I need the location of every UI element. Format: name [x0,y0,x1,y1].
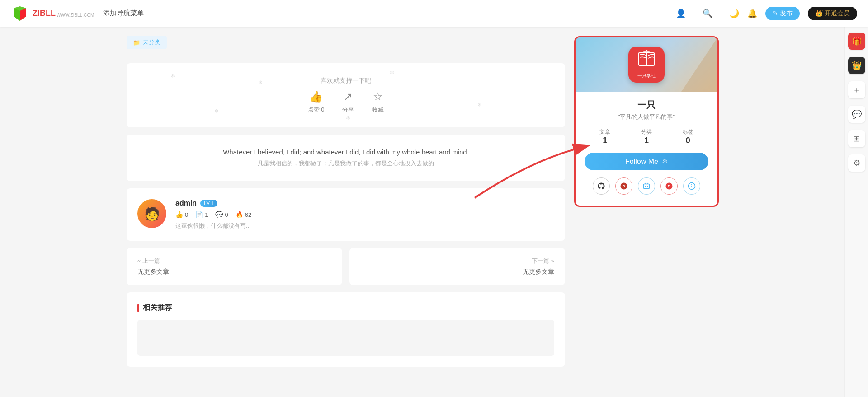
share-button[interactable]: ↗ 分享 [342,90,354,114]
articles-label: 文章 [585,128,626,136]
divider2 [721,9,721,18]
nav-prev-title: 无更多文章 [137,268,331,276]
related-section: 相关推荐 [127,292,565,367]
stat-articles: 📄 1 [195,211,208,218]
publish-button[interactable]: ✎ 发布 [765,7,800,20]
content-column: 📁 未分类 ❄ ❄ ❄ ❄ ❄ ❄ 喜欢就支持一下吧 👍 点赞 0 [127,36,565,388]
snowflake-deco6: ❄ [346,115,350,121]
svg-text:G: G [623,184,625,188]
related-title: 相关推荐 [143,303,172,313]
comment-stat-icon: 💬 [215,211,223,218]
collect-label: 收藏 [372,106,384,114]
action-hint: 喜欢就支持一下吧 [321,77,371,85]
github-link[interactable] [593,177,610,195]
info-link[interactable] [683,177,700,195]
divider [694,9,694,18]
nav-prev[interactable]: « 上一篇 无更多文章 [127,248,342,285]
author-avatar: 🧑 [137,199,166,228]
theme-icon-btn[interactable]: 🌙 [729,9,739,19]
follow-button[interactable]: Follow Me ❄ [585,153,708,170]
like-button[interactable]: 👍 点赞 0 [308,90,325,114]
banner-triangle [681,37,717,92]
grid-icon-btn[interactable]: ⊞ [848,130,865,147]
music-link[interactable] [660,177,678,195]
plus-icon-btn[interactable]: ＋ [848,81,865,98]
chat-icon-btn[interactable]: 💬 [848,106,865,123]
main-area: 📁 未分类 ❄ ❄ ❄ ❄ ❄ ❄ 喜欢就支持一下吧 👍 点赞 0 [118,27,750,397]
avatar-icon-btn[interactable]: 👤 [676,9,686,19]
stat-articles-value: 1 [205,211,208,218]
articles-value: 1 [585,136,626,145]
vip-button[interactable]: 👑 开通会员 [808,7,857,20]
brand-name: ZIBLL [33,9,56,18]
widget-slogan: "平凡的人做平凡的事" [585,113,708,121]
nav-articles: « 上一篇 无更多文章 下一篇 » 无更多文章 [127,248,565,285]
author-widget: 一只学社 一只 "平凡的人做平凡的事" 文章 1 [574,36,719,207]
category-icon: 📁 [133,39,140,46]
app-icon-inner: 一只学社 [637,50,656,79]
widget-body: 一只 "平凡的人做平凡的事" 文章 1 分类 1 [576,92,717,206]
level-badge: LV 1 [200,200,217,207]
action-buttons: 👍 点赞 0 ↗ 分享 ☆ 收藏 [308,90,384,114]
share-label: 分享 [342,106,354,114]
right-sidebar: 🎁 👑 ＋ 💬 ⊞ ⚙ [844,27,868,397]
svg-point-16 [669,186,670,187]
gitee-link[interactable]: G [615,177,632,195]
widget-social: G [585,177,708,195]
quote-block: Whatever I believed, I did; and whatever… [127,135,565,181]
navbar-title: 添加导航菜单 [103,9,144,18]
like-label: 点赞 0 [308,106,325,114]
author-stats: 👍 0 📄 1 💬 0 🔥 62 [175,211,554,218]
collect-button[interactable]: ☆ 收藏 [372,90,384,114]
title-bar-icon [137,304,139,312]
section-title: 相关推荐 [137,303,554,313]
logo[interactable]: ZIBLL WWW.ZIBLL.COM [11,5,94,23]
fire-stat-icon: 🔥 [236,211,243,218]
snowflake-icon: ❄ [662,157,668,166]
categories-label: 分类 [626,128,667,136]
author-info: admin LV 1 👍 0 📄 1 💬 [175,199,554,230]
stat-likes: 👍 0 [175,211,188,218]
article-actions-card: ❄ ❄ ❄ ❄ ❄ ❄ 喜欢就支持一下吧 👍 点赞 0 ↗ 分享 [127,63,565,127]
snowflake-deco4: ❄ [477,102,482,108]
article-stat-icon: 📄 [195,211,203,218]
widget-stats: 文章 1 分类 1 标签 0 [585,128,708,145]
author-desc: 这家伙很懒，什么都没有写... [175,222,554,230]
crown-icon-btn[interactable]: 👑 [848,57,865,74]
notification-icon-btn[interactable]: 🔔 [747,9,757,19]
stat-articles-widget: 文章 1 [585,128,626,145]
snowflake-deco3: ❄ [390,70,394,76]
related-placeholder [137,320,554,356]
sidebar-col: 一只学社 一只 "平凡的人做平凡的事" 文章 1 [574,36,719,388]
like-icon: 👍 [309,90,323,103]
gift-icon: 🎁 [852,36,862,46]
gift-icon-btn[interactable]: 🎁 [848,33,865,50]
gitee-icon: G [620,182,628,190]
bilibili-icon [642,182,651,190]
gear-icon-btn[interactable]: ⚙ [848,154,865,172]
crown-icon: 👑 [852,61,862,70]
chat-icon: 💬 [852,109,862,119]
tags-label: 标签 [667,128,708,136]
nav-next-title: 无更多文章 [360,268,554,276]
nav-next-label: 下一篇 » [360,257,554,265]
category-tag[interactable]: 📁 未分类 [127,36,565,56]
like-stat-icon: 👍 [175,211,183,218]
logo-icon [11,5,29,23]
widget-banner: 一只学社 [576,37,717,92]
nav-next[interactable]: 下一篇 » 无更多文章 [349,248,565,285]
tags-value: 0 [667,136,708,145]
svg-rect-9 [643,184,650,189]
bilibili-link[interactable] [638,177,655,195]
plus-icon: ＋ [853,84,861,95]
grid-icon: ⊞ [853,134,860,144]
snowflake-deco: ❄ [170,73,175,79]
snowflake-deco5: ❄ [214,108,219,114]
follow-label: Follow Me [625,158,658,166]
categories-value: 1 [626,136,667,145]
search-icon-btn[interactable]: 🔍 [703,9,712,19]
svg-point-12 [645,186,646,187]
stat-hot: 🔥 62 [236,211,251,218]
stat-comments-value: 0 [225,211,228,218]
svg-point-13 [647,186,648,187]
